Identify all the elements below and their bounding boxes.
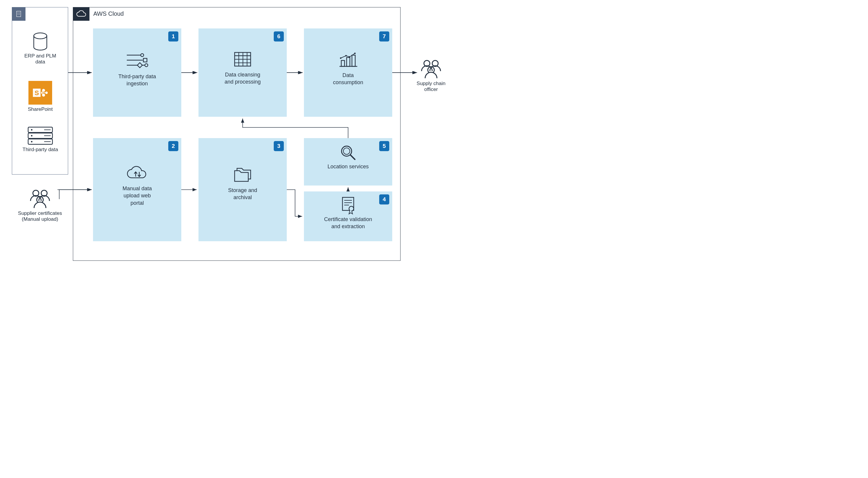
step-1-third-party-ingestion: 1 Third-party data ingestion bbox=[93, 28, 181, 117]
svg-rect-49 bbox=[352, 55, 355, 66]
users-group-icon bbox=[406, 59, 456, 80]
aws-cloud-title: AWS Cloud bbox=[93, 10, 124, 17]
svg-point-21 bbox=[31, 141, 33, 143]
corporate-building-icon bbox=[12, 7, 26, 21]
step-badge-3: 3 bbox=[274, 141, 284, 151]
step4-line2: and extraction bbox=[331, 223, 365, 229]
cloud-icon bbox=[73, 7, 90, 21]
officer-label-2: officer bbox=[424, 87, 438, 92]
step-badge-5: 5 bbox=[379, 141, 389, 151]
svg-point-32 bbox=[141, 54, 144, 57]
supplier-certificates-actor: Supplier certificates (Manual upload) bbox=[15, 188, 65, 222]
step2-line2: upload web bbox=[124, 192, 151, 199]
step7-line2: consumption bbox=[333, 80, 363, 85]
svg-point-53 bbox=[354, 53, 356, 54]
step-4-certificate-validation: 4 Certificate validation and extraction bbox=[304, 191, 392, 241]
users-group-icon bbox=[15, 188, 65, 209]
svg-point-19 bbox=[31, 129, 33, 131]
step7-line1: Data bbox=[342, 72, 354, 78]
step-badge-6: 6 bbox=[274, 31, 284, 41]
officer-label-1: Supply chain bbox=[416, 81, 445, 86]
sharepoint-source: S SharePoint bbox=[12, 81, 68, 112]
step-2-manual-upload-portal: 2 Manual data upload web portal bbox=[93, 138, 181, 241]
svg-rect-34 bbox=[144, 58, 147, 62]
svg-point-7 bbox=[34, 33, 47, 39]
cloud-upload-icon bbox=[93, 165, 181, 181]
svg-rect-0 bbox=[17, 11, 21, 17]
data-flow-icon bbox=[93, 52, 181, 69]
folders-icon bbox=[198, 166, 287, 183]
svg-point-38 bbox=[145, 64, 148, 67]
step4-line1: Certificate validation bbox=[324, 216, 372, 222]
svg-point-20 bbox=[31, 135, 33, 137]
supply-chain-officer-actor: Supply chain officer bbox=[406, 59, 456, 92]
step3-line1: Storage and bbox=[228, 187, 257, 193]
spreadsheet-icon bbox=[198, 52, 287, 67]
svg-point-52 bbox=[349, 56, 350, 58]
sharepoint-label: SharePoint bbox=[28, 107, 53, 112]
svg-rect-47 bbox=[341, 60, 344, 66]
svg-rect-36 bbox=[137, 63, 143, 68]
step1-line2: ingestion bbox=[126, 81, 148, 87]
sharepoint-icon: S bbox=[28, 81, 52, 104]
svg-rect-48 bbox=[347, 58, 350, 66]
step5-line1: Location services bbox=[327, 163, 369, 170]
erp-plm-data-source: ERP and PLM data bbox=[12, 32, 68, 65]
step-badge-4: 4 bbox=[379, 195, 389, 205]
thirdparty-data-source: Third-party data bbox=[12, 126, 68, 153]
step1-line1: Third-party data bbox=[118, 73, 156, 80]
step-5-location-services: 5 Location services bbox=[304, 138, 392, 185]
svg-text:S: S bbox=[35, 89, 39, 97]
step6-line2: and processing bbox=[224, 79, 261, 85]
step6-line1: Data cleansing bbox=[225, 72, 260, 78]
step-badge-2: 2 bbox=[168, 141, 178, 151]
svg-line-58 bbox=[350, 155, 355, 159]
svg-point-51 bbox=[345, 55, 347, 57]
thirdparty-label: Third-party data bbox=[23, 147, 58, 152]
supplier-label-2: (Manual upload) bbox=[22, 216, 58, 222]
external-sources-container: ERP and PLM data S SharePoint bbox=[12, 7, 68, 175]
svg-point-63 bbox=[349, 206, 354, 211]
step-7-data-consumption: 7 Data consumption bbox=[304, 28, 392, 117]
database-icon bbox=[12, 32, 68, 52]
step-badge-1: 1 bbox=[168, 31, 178, 41]
erp-label-line2: data bbox=[35, 59, 45, 65]
erp-label-line1: ERP and PLM bbox=[24, 53, 56, 59]
server-stack-icon bbox=[12, 126, 68, 146]
step-3-storage-archival: 3 Storage and archival bbox=[198, 138, 287, 241]
step-6-data-cleansing: 6 Data cleansing and processing bbox=[198, 28, 287, 117]
step-badge-7: 7 bbox=[379, 31, 389, 41]
architecture-diagram: ERP and PLM data S SharePoint bbox=[6, 6, 462, 264]
step2-line3: portal bbox=[130, 200, 144, 206]
step3-line2: archival bbox=[234, 195, 252, 200]
svg-point-57 bbox=[343, 148, 350, 154]
step2-line1: Manual data bbox=[122, 185, 152, 191]
bar-chart-icon bbox=[304, 52, 392, 67]
supplier-label-1: Supplier certificates bbox=[18, 210, 62, 216]
svg-point-50 bbox=[340, 58, 342, 59]
